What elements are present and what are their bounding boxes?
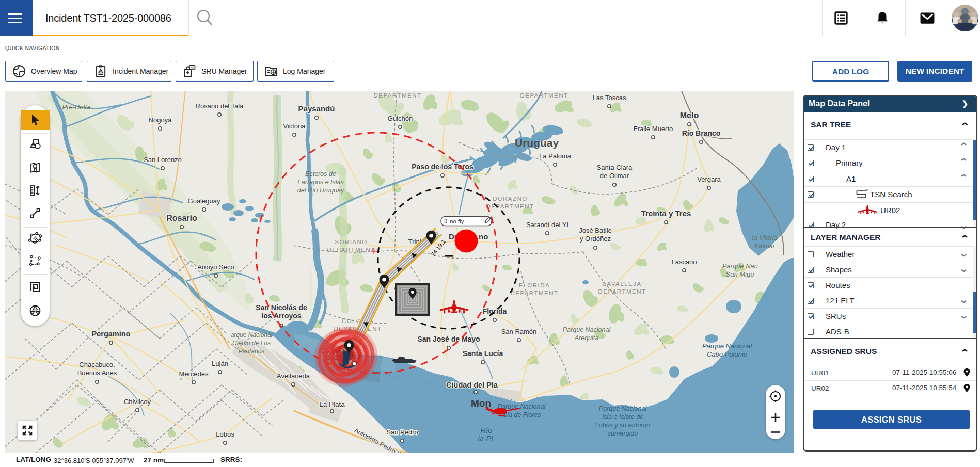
svg-text:San Ramón: San Ramón bbox=[501, 328, 537, 335]
svg-text:arque Nacional: arque Nacional bbox=[231, 331, 273, 339]
svg-text:sumergido: sumergido bbox=[608, 430, 638, 437]
svg-text:Esteros de: Esteros de bbox=[305, 170, 336, 178]
svg-text:Rosario del Tala: Rosario del Tala bbox=[196, 102, 244, 110]
svg-text:San José de Mayo: San José de Mayo bbox=[417, 335, 480, 343]
svg-text:Isla e Islote de: Isla e Islote de bbox=[602, 413, 644, 421]
svg-text:Lobos y su entorno: Lobos y su entorno bbox=[595, 422, 650, 429]
svg-text:Melo: Melo bbox=[680, 111, 699, 120]
svg-text:Gualeguay: Gualeguay bbox=[188, 197, 220, 205]
svg-text:La Plata: La Plata bbox=[319, 400, 345, 408]
svg-text:San Nicolás de: San Nicolás de bbox=[256, 303, 307, 312]
svg-text:Florida: Florida bbox=[483, 307, 507, 315]
svg-text:Ciudad del Pla: Ciudad del Pla bbox=[446, 381, 498, 389]
svg-text:José Batlle: José Batlle bbox=[579, 227, 612, 234]
svg-text:de Olimar: de Olimar bbox=[600, 172, 629, 180]
svg-text:Buenos Aires: Buenos Aires bbox=[77, 369, 117, 377]
svg-text:Uruguay: Uruguay bbox=[515, 137, 559, 149]
svg-text:Fraile Muerto: Fraile Muerto bbox=[634, 125, 673, 133]
svg-text:Lobos: Lobos bbox=[216, 430, 234, 438]
svg-text:San Lorenzo: San Lorenzo bbox=[144, 156, 182, 164]
svg-text:Cabo Polonio: Cabo Polonio bbox=[707, 350, 747, 358]
svg-text:DURAZNO: DURAZNO bbox=[493, 196, 527, 202]
svg-text:Río Branco: Río Branco bbox=[682, 129, 721, 137]
svg-text:Palmar: Palmar bbox=[754, 243, 775, 250]
svg-text:DEPARTMENT: DEPARTMENT bbox=[510, 290, 558, 296]
svg-text:Mercedes: Mercedes bbox=[179, 370, 209, 378]
svg-text:Río: Río bbox=[480, 426, 492, 434]
svg-text:Pergamino: Pergamino bbox=[92, 330, 131, 338]
svg-text:ta Vitória: ta Vitória bbox=[752, 234, 777, 241]
svg-text:Santa Lucía: Santa Lucía bbox=[463, 349, 503, 358]
svg-text:Rosario: Rosario bbox=[166, 214, 197, 222]
svg-text:Nogoyá: Nogoyá bbox=[149, 116, 172, 124]
svg-text:Parque Nacional: Parque Nacional bbox=[563, 326, 611, 333]
svg-text:DEPARTMENT: DEPARTMENT bbox=[373, 92, 421, 99]
svg-text:la Pl.: la Pl. bbox=[478, 434, 495, 443]
svg-text:Arroyo Seco: Arroyo Seco bbox=[197, 263, 234, 271]
svg-text:La Paloma: La Paloma bbox=[539, 152, 572, 160]
svg-text:Sarandí del Yí: Sarandí del Yí bbox=[526, 221, 569, 229]
svg-text:DEPARTMENT: DEPARTMENT bbox=[598, 288, 646, 295]
svg-text:y Ordóñez: y Ordóñez bbox=[580, 235, 611, 243]
svg-text:Parque Nacional: Parque Nacional bbox=[702, 342, 752, 350]
svg-text:Isla de Flores: Isla de Flores bbox=[502, 411, 541, 418]
svg-text:LAVALLEJA: LAVALLEJA bbox=[603, 281, 641, 287]
svg-text:SORIANO: SORIANO bbox=[335, 239, 368, 245]
svg-text:Arequita: Arequita bbox=[574, 334, 599, 342]
svg-text:Parque Nacional: Parque Nacional bbox=[599, 405, 647, 412]
svg-text:Pre-Delta: Pre-Delta bbox=[62, 103, 91, 111]
svg-text:no fly ..: no fly .. bbox=[450, 218, 469, 224]
svg-text:Guichón: Guichón bbox=[388, 115, 413, 122]
svg-text:Las Toscas: Las Toscas bbox=[593, 94, 626, 102]
svg-text:San Pedro: San Pedro bbox=[386, 428, 418, 436]
svg-text:Parque Nac: Parque Nac bbox=[722, 262, 758, 270]
svg-text:Treinta y Tres: Treinta y Tres bbox=[641, 209, 691, 218]
svg-text:Chacabuco,: Chacabuco, bbox=[79, 361, 115, 368]
svg-text:DEPARTMENT: DEPARTMENT bbox=[520, 92, 568, 99]
svg-text:Farrapos e Islas: Farrapos e Islas bbox=[297, 179, 344, 186]
svg-text:Pantanos: Pantanos bbox=[239, 348, 265, 355]
svg-text:Avellaneda: Avellaneda bbox=[277, 372, 310, 380]
svg-text:Paso de los Toros: Paso de los Toros bbox=[412, 163, 473, 171]
svg-text:Santa Clara: Santa Clara bbox=[597, 164, 633, 171]
svg-text:Ciervo de Los: Ciervo de Los bbox=[232, 340, 271, 347]
svg-text:Lascano: Lascano bbox=[671, 258, 697, 266]
svg-text:los Arroyos: los Arroyos bbox=[261, 312, 301, 320]
svg-text:San Migu: San Migu bbox=[726, 270, 754, 278]
svg-text:DEPARTMENT: DEPARTMENT bbox=[327, 247, 375, 253]
svg-text:Paysandú: Paysandú bbox=[298, 104, 335, 113]
svg-text:del Río Uruguay: del Río Uruguay bbox=[297, 187, 344, 194]
svg-text:Luján: Luján bbox=[212, 360, 228, 367]
svg-text:Vergara: Vergara bbox=[697, 175, 721, 183]
svg-text:no: no bbox=[479, 232, 488, 241]
svg-text:FLORIDA: FLORIDA bbox=[519, 282, 550, 288]
svg-text:Victoria: Victoria bbox=[283, 122, 306, 130]
svg-text:DEPARTMENT: DEPARTMENT bbox=[486, 203, 534, 210]
svg-text:Chivilcoy: Chivilcoy bbox=[124, 398, 151, 406]
